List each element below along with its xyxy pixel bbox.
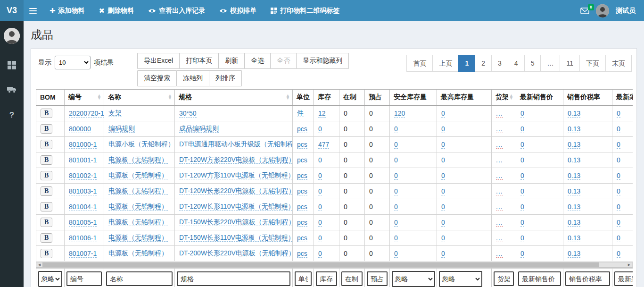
code-link[interactable]: 801007-1 (69, 250, 97, 258)
sidebar-avatar[interactable] (4, 28, 20, 44)
spec-filter-input[interactable] (177, 271, 290, 286)
stock-link[interactable]: 0 (318, 250, 322, 258)
code-link[interactable]: 20200720-1 (69, 110, 104, 118)
safety-stock-link[interactable]: 0 (394, 203, 398, 211)
spec-link[interactable]: DT-120W方形220V电源板（无铅制程） (179, 156, 293, 164)
nav-simulate-button[interactable]: 模拟排单 (212, 0, 264, 21)
max-stock-link[interactable]: 0 (441, 234, 445, 242)
col-header-unit[interactable]: 单位 (293, 89, 314, 105)
safety-stock-filter-select[interactable]: 忽略 (392, 271, 435, 287)
unit-link[interactable]: pcs (297, 203, 307, 211)
sort-icon[interactable]: ▲▼ (97, 94, 101, 100)
bom-button[interactable]: B (41, 218, 52, 227)
pagination-last-button[interactable]: 末页 (605, 55, 632, 72)
tax-rate-link[interactable]: 0.13 (568, 219, 580, 227)
name-link[interactable]: 电源板（无铅制程） (108, 203, 168, 211)
spec-link[interactable]: DT-150W长形110V电源板（无铅制程） (179, 234, 293, 242)
unit-filter-input[interactable] (295, 271, 312, 286)
sale-price-link[interactable]: 0 (520, 156, 524, 164)
pagination-page-button[interactable]: 1 (458, 55, 475, 72)
code-link[interactable]: 801001-1 (69, 156, 97, 164)
stock-link[interactable]: 0 (318, 187, 322, 195)
stock-link[interactable]: 0 (318, 172, 322, 180)
toolbar-button[interactable]: 导出Excel (137, 53, 180, 69)
max-stock-link[interactable]: 0 (441, 250, 445, 258)
max-stock-filter-select[interactable]: 忽略 (439, 271, 482, 287)
max-stock-link[interactable]: 0 (441, 203, 445, 211)
scrollbar-thumb[interactable] (42, 262, 599, 267)
user-avatar[interactable] (596, 4, 609, 17)
stock-link[interactable]: 0 (318, 219, 322, 227)
purchase-price-link[interactable]: 0 (617, 172, 620, 180)
name-link[interactable]: 编码规则 (108, 125, 135, 133)
code-link[interactable]: 801002-1 (69, 172, 97, 180)
safety-stock-link[interactable]: 0 (394, 250, 398, 258)
stock-link[interactable]: 0 (318, 156, 322, 164)
tax-rate-link[interactable]: 0.13 (568, 250, 580, 258)
unit-link[interactable]: pcs (297, 156, 307, 164)
tax-rate-link[interactable]: 0.13 (568, 172, 580, 180)
spec-link[interactable]: DT电源通用驱动小板升级版（无铅制程） (179, 140, 293, 148)
bom-button[interactable]: B (41, 186, 52, 196)
sale-price-link[interactable]: 0 (520, 250, 524, 258)
bom-filter-select[interactable]: 忽略 (38, 271, 62, 287)
shelf-link[interactable]: ... (496, 250, 503, 258)
col-header-tax-rate[interactable]: 销售价税率 (563, 89, 612, 105)
unit-link[interactable]: pcs (297, 141, 307, 149)
sale-price-link[interactable]: 0 (520, 203, 524, 211)
toolbar-button[interactable]: 全否 (270, 53, 297, 69)
code-filter-input[interactable] (66, 271, 102, 286)
shelf-link[interactable]: ... (496, 234, 503, 242)
unit-link[interactable]: pcs (297, 125, 307, 133)
safety-stock-link[interactable]: 0 (394, 156, 398, 164)
max-stock-link[interactable]: 0 (441, 219, 445, 227)
shelf-link[interactable]: ... (496, 219, 503, 227)
sidebar-item-modules[interactable] (8, 61, 16, 69)
bom-button[interactable]: B (41, 140, 52, 149)
unit-link[interactable]: pcs (297, 187, 307, 195)
unit-link[interactable]: 件 (297, 109, 304, 117)
purchase-price-link[interactable]: 0 (617, 125, 620, 133)
shelf-link[interactable]: ... (496, 187, 503, 195)
code-link[interactable]: 801004-1 (69, 203, 97, 211)
name-link[interactable]: 电源板（无铅制程） (108, 218, 168, 226)
col-header-reserved[interactable]: 预占 (365, 89, 390, 105)
shelf-link[interactable]: ... (496, 141, 503, 149)
safety-stock-link[interactable]: 0 (394, 141, 398, 149)
shelf-link[interactable]: ... (496, 125, 503, 133)
col-header-name[interactable]: 名称▲▼ (104, 89, 175, 105)
max-stock-link[interactable]: 0 (441, 187, 445, 195)
shelf-link[interactable]: ... (496, 110, 503, 118)
bom-button[interactable]: B (41, 249, 52, 258)
sale-price-link[interactable]: 0 (520, 172, 524, 180)
pagination-page-button[interactable]: 11 (560, 55, 580, 72)
purchase-price-link[interactable]: 0 (617, 250, 620, 258)
stock-link[interactable]: 12 (318, 110, 326, 118)
tax-rate-link[interactable]: 0.13 (568, 187, 580, 195)
safety-stock-link[interactable]: 0 (394, 219, 398, 227)
sidebar-toggle-icon[interactable] (24, 0, 42, 21)
name-link[interactable]: 支架 (108, 109, 122, 117)
nav-print-qr-button[interactable]: 打印物料二维码标签 (264, 0, 347, 21)
pagination-page-button[interactable]: … (540, 55, 560, 72)
reserved-filter-input[interactable] (367, 271, 388, 286)
tax-rate-link[interactable]: 0.13 (568, 156, 580, 164)
col-header-safety-stock[interactable]: 安全库存量 (390, 89, 437, 105)
stock-link[interactable]: 0 (318, 203, 322, 211)
toolbar-button[interactable]: 全选 (244, 53, 271, 69)
code-link[interactable]: 801003-1 (69, 187, 97, 195)
safety-stock-link[interactable]: 0 (394, 172, 398, 180)
purchase-price-filter-input[interactable] (614, 271, 633, 286)
bom-button[interactable]: B (41, 202, 52, 211)
code-link[interactable]: 801005-1 (69, 219, 97, 227)
purchase-price-link[interactable]: 0 (617, 141, 620, 149)
tax-rate-link[interactable]: 0.13 (568, 141, 580, 149)
safety-stock-link[interactable]: 120 (394, 110, 405, 118)
nav-view-records-button[interactable]: 查看出入库记录 (141, 0, 212, 21)
pagination-page-button[interactable]: 4 (508, 55, 525, 72)
horizontal-scrollbar[interactable]: ◀ ▶ (36, 262, 633, 268)
bom-button[interactable]: B (41, 124, 52, 134)
spec-link[interactable]: 30*50 (179, 110, 197, 118)
nav-delete-material-button[interactable]: ✖ 删除物料 (92, 0, 141, 21)
pagination-prev-button[interactable]: 上页 (432, 55, 459, 72)
